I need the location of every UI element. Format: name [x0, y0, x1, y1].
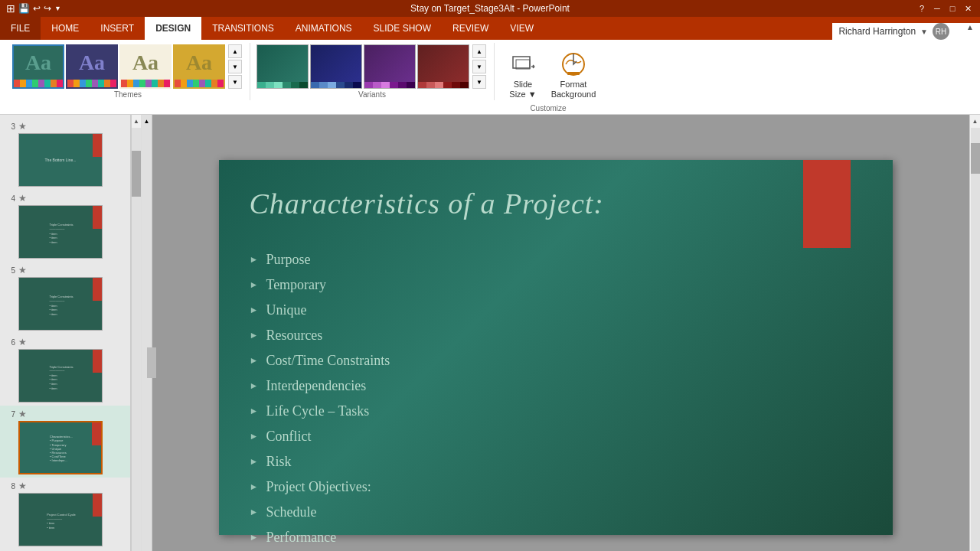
- tab-file[interactable]: FILE: [0, 17, 41, 40]
- slide-view-left-scroll: ▲ ▼: [142, 115, 152, 551]
- themes-scroll-down[interactable]: ▼: [228, 60, 242, 73]
- bullet-conflict[interactable]: ► Conflict: [250, 429, 390, 445]
- slide-size-icon: [509, 51, 537, 78]
- slide-panel-scroll-up[interactable]: ▲: [131, 115, 142, 127]
- user-avatar: RH: [933, 23, 949, 40]
- svg-rect-1: [516, 60, 530, 69]
- theme-item-4[interactable]: Aa: [173, 44, 225, 89]
- themes-group: Aa Aa: [6, 43, 250, 100]
- slide-thumb-4[interactable]: 4 ★ Triple Constraints───────• item• ite…: [0, 190, 130, 262]
- right-scrollbar: ▲ ▼: [969, 115, 980, 551]
- variant-item-1[interactable]: [256, 44, 309, 89]
- slide-preview-3: The Bottom Line...: [18, 133, 103, 187]
- bullet-project-objectives[interactable]: ► Project Objectives:: [250, 479, 390, 495]
- slide-panel-scrollbar: ▲ ▼: [131, 115, 142, 551]
- tab-view[interactable]: VIEW: [499, 17, 544, 40]
- quick-access-toolbar: ⊞ 💾 ↩ ↪ ▼: [6, 2, 61, 15]
- svg-rect-0: [513, 57, 530, 68]
- save-button[interactable]: 💾: [18, 3, 30, 14]
- variants-scroll-down[interactable]: ▼: [472, 60, 486, 73]
- slide-canvas[interactable]: Characteristics of a Project: ► Purpose …: [219, 160, 893, 535]
- bullet-arrow-8: ►: [250, 431, 259, 442]
- undo-button[interactable]: ↩: [33, 3, 41, 14]
- svg-rect-6: [567, 72, 580, 75]
- tab-home[interactable]: HOME: [41, 17, 90, 40]
- theme-item-1[interactable]: Aa: [12, 44, 64, 89]
- maximize-button[interactable]: □: [946, 2, 959, 15]
- bullet-risk[interactable]: ► Risk: [250, 454, 390, 470]
- window-title: Stay on Target_Stage3Alt - PowerPoint: [410, 3, 570, 14]
- slide-preview-8: Project Control Cycle───────• item• item: [18, 493, 103, 546]
- slide-size-button[interactable]: SlideSize ▼: [501, 47, 545, 103]
- variants-scroll: ▲ ▼ ▼: [471, 44, 488, 89]
- bullet-arrow-9: ►: [250, 456, 259, 468]
- slide-preview-5: Triple Constraints───────• item• item• i…: [18, 277, 103, 331]
- slide-thumb-7[interactable]: 7 ★ Characteristics...• Purpose• Tempora…: [0, 406, 130, 478]
- ribbon-collapse-button[interactable]: ▲: [963, 20, 977, 34]
- variants-group: ▲ ▼ ▼ Variants: [250, 43, 495, 100]
- format-background-label: FormatBackground: [551, 80, 596, 99]
- slide-preview-6: Triple Constraints───────• item• item• i…: [18, 349, 103, 403]
- variant-item-2[interactable]: [310, 44, 362, 89]
- variant-item-3[interactable]: [364, 44, 416, 89]
- slide-decoration-red: [803, 160, 851, 248]
- variants-label: Variants: [358, 89, 386, 99]
- slide-size-label: SlideSize ▼: [509, 80, 536, 99]
- tab-slideshow[interactable]: SLIDE SHOW: [363, 17, 442, 40]
- tab-animations[interactable]: ANIMATIONS: [285, 17, 363, 40]
- bullet-interdependencies[interactable]: ► Interdependencies: [250, 378, 390, 394]
- slide-bullets: ► Purpose ► Temporary ► Unique ► Resourc…: [250, 252, 390, 551]
- tab-design[interactable]: DESIGN: [145, 17, 201, 40]
- user-name: Richard Harrington: [838, 26, 916, 37]
- bullet-arrow-10: ►: [250, 481, 259, 493]
- bullet-unique[interactable]: ► Unique: [250, 302, 390, 318]
- user-dropdown-icon[interactable]: ▼: [920, 28, 928, 36]
- bullet-arrow-5: ►: [250, 355, 259, 367]
- themes-scroll: ▲ ▼ ▼: [227, 44, 243, 89]
- themes-scroll-up[interactable]: ▲: [228, 44, 242, 58]
- slide-preview-7: Characteristics...• Purpose• Temporary• …: [18, 421, 103, 474]
- right-scroll-up[interactable]: ▲: [970, 115, 981, 127]
- bullet-lifecycle[interactable]: ► Life Cycle – Tasks: [250, 403, 390, 419]
- format-background-button[interactable]: FormatBackground: [551, 47, 596, 103]
- variants-scroll-up[interactable]: ▲: [472, 44, 486, 58]
- close-button[interactable]: ✕: [962, 2, 974, 15]
- bullet-temporary[interactable]: ► Temporary: [250, 277, 390, 293]
- slide-thumb-3[interactable]: 3 ★ The Bottom Line...: [0, 118, 130, 190]
- slide-thumb-5[interactable]: 5 ★ Triple Constraints───────• item• ite…: [0, 262, 130, 334]
- minimize-button[interactable]: ─: [931, 2, 943, 15]
- customize-qat[interactable]: ▼: [54, 5, 61, 12]
- slide-title[interactable]: Characteristics of a Project:: [250, 187, 604, 220]
- slide-view: ▲ ▼ Characteristics of a Project: ► Purp…: [142, 115, 969, 551]
- bullet-arrow-6: ►: [250, 380, 259, 392]
- variant-item-4[interactable]: [417, 44, 469, 89]
- slide-thumb-8[interactable]: 8 ★ Project Control Cycle───────• item• …: [0, 478, 130, 549]
- tab-insert[interactable]: INSERT: [90, 17, 145, 40]
- bullet-performance[interactable]: ► Performance: [250, 530, 390, 546]
- bullet-arrow-11: ►: [250, 507, 259, 518]
- bullet-arrow-12: ►: [250, 532, 259, 543]
- variants-more[interactable]: ▼: [472, 75, 486, 89]
- slide-preview-4: Triple Constraints───────• item• item• i…: [18, 205, 103, 259]
- theme-item-2[interactable]: Aa: [66, 44, 118, 89]
- bullet-arrow-2: ►: [250, 279, 259, 291]
- theme-item-3[interactable]: Aa: [119, 44, 172, 89]
- bullet-schedule[interactable]: ► Schedule: [250, 504, 390, 520]
- bullet-purpose[interactable]: ► Purpose: [250, 252, 390, 268]
- customize-group: SlideSize ▼ FormatBackground: [495, 43, 602, 114]
- bullet-arrow-3: ►: [250, 305, 259, 316]
- tab-review[interactable]: REVIEW: [442, 17, 499, 40]
- themes-label: Themes: [114, 89, 142, 99]
- bullet-resources[interactable]: ► Resources: [250, 328, 390, 344]
- format-background-icon: [560, 51, 587, 78]
- themes-more[interactable]: ▼: [228, 75, 242, 89]
- bullet-cost-time[interactable]: ► Cost/Time Constraints: [250, 353, 390, 369]
- help-icon[interactable]: ?: [916, 2, 928, 15]
- powerpoint-icon: ⊞: [6, 2, 15, 15]
- redo-button[interactable]: ↪: [44, 3, 51, 14]
- bullet-arrow-7: ►: [250, 406, 259, 417]
- slide-thumb-6[interactable]: 6 ★ Triple Constraints───────• item• ite…: [0, 334, 130, 406]
- customize-label: Customize: [530, 103, 566, 112]
- tab-transitions[interactable]: TRANSITIONS: [201, 17, 285, 40]
- bullet-arrow-4: ►: [250, 330, 259, 341]
